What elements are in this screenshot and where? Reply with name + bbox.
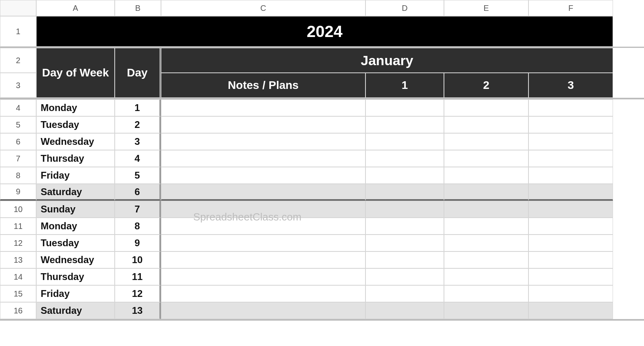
cell-daynum[interactable]: 7: [115, 201, 161, 218]
cell-f[interactable]: [528, 285, 613, 302]
row-header-16[interactable]: 16: [0, 302, 36, 319]
cell-dow[interactable]: Tuesday: [36, 235, 115, 251]
cell-e[interactable]: [444, 218, 528, 235]
row-header-11[interactable]: 11: [0, 218, 36, 235]
cell-e[interactable]: [444, 251, 528, 268]
row-header-6[interactable]: 6: [0, 133, 36, 150]
cell-notes[interactable]: [161, 184, 365, 201]
cell-dow[interactable]: Monday: [36, 99, 115, 116]
cell-e[interactable]: [444, 302, 528, 319]
cell-d[interactable]: [365, 251, 444, 268]
cell-daynum[interactable]: 8: [115, 218, 161, 235]
row-header-4[interactable]: 4: [0, 99, 36, 116]
cell-dow[interactable]: Wednesday: [36, 133, 115, 150]
row-header-7[interactable]: 7: [0, 150, 36, 167]
col-header-b[interactable]: B: [115, 0, 161, 16]
cell-daynum[interactable]: 10: [115, 251, 161, 268]
cell-daynum[interactable]: 5: [115, 167, 161, 184]
cell-notes[interactable]: [161, 201, 365, 218]
cell-dow[interactable]: Thursday: [36, 150, 115, 167]
col-header-e[interactable]: E: [444, 0, 528, 16]
cell-d[interactable]: [365, 150, 444, 167]
col-header-f[interactable]: F: [528, 0, 613, 16]
cell-dow[interactable]: Tuesday: [36, 116, 115, 133]
cell-f[interactable]: [528, 302, 613, 319]
cell-day-header[interactable]: Day: [115, 48, 161, 98]
cell-d[interactable]: [365, 201, 444, 218]
col-header-a[interactable]: A: [36, 0, 115, 16]
row-header-13[interactable]: 13: [0, 251, 36, 268]
cell-sub-3[interactable]: 3: [528, 73, 613, 98]
cell-notes[interactable]: [161, 251, 365, 268]
cell-e[interactable]: [444, 268, 528, 285]
cell-daynum[interactable]: 1: [115, 99, 161, 116]
cell-d[interactable]: [365, 268, 444, 285]
cell-e[interactable]: [444, 167, 528, 184]
cell-daynum[interactable]: 6: [115, 184, 161, 201]
cell-notes[interactable]: [161, 99, 365, 116]
cell-dow[interactable]: Saturday: [36, 302, 115, 319]
cell-dow[interactable]: Monday: [36, 218, 115, 235]
cell-d[interactable]: [365, 285, 444, 302]
cell-daynum[interactable]: 13: [115, 302, 161, 319]
cell-e[interactable]: [444, 235, 528, 251]
cell-daynum[interactable]: 2: [115, 116, 161, 133]
cell-notes[interactable]: [161, 150, 365, 167]
cell-d[interactable]: [365, 235, 444, 251]
cell-f[interactable]: [528, 133, 613, 150]
row-header-5[interactable]: 5: [0, 116, 36, 133]
row-header-15[interactable]: 15: [0, 285, 36, 302]
cell-f[interactable]: [528, 218, 613, 235]
cell-daynum[interactable]: 9: [115, 235, 161, 251]
cell-dow[interactable]: Wednesday: [36, 251, 115, 268]
row-header-12[interactable]: 12: [0, 235, 36, 251]
cell-e[interactable]: [444, 133, 528, 150]
cell-notes[interactable]: [161, 133, 365, 150]
cell-notes[interactable]: [161, 235, 365, 251]
cell-f[interactable]: [528, 184, 613, 201]
cell-notes[interactable]: [161, 268, 365, 285]
cell-e[interactable]: [444, 150, 528, 167]
cell-sub-1[interactable]: 1: [365, 73, 444, 98]
cell-f[interactable]: [528, 99, 613, 116]
row-header-9[interactable]: 9: [0, 184, 36, 201]
cell-daynum[interactable]: 3: [115, 133, 161, 150]
cell-dow[interactable]: Thursday: [36, 268, 115, 285]
col-header-d[interactable]: D: [365, 0, 444, 16]
cell-daynum[interactable]: 11: [115, 268, 161, 285]
cell-dow[interactable]: Friday: [36, 167, 115, 184]
cell-d[interactable]: [365, 218, 444, 235]
cell-e[interactable]: [444, 99, 528, 116]
cell-daynum[interactable]: 12: [115, 285, 161, 302]
cell-sub-2[interactable]: 2: [444, 73, 528, 98]
cell-notes[interactable]: [161, 218, 365, 235]
cell-d[interactable]: [365, 167, 444, 184]
cell-notes[interactable]: [161, 302, 365, 319]
cell-e[interactable]: [444, 184, 528, 201]
cell-year[interactable]: 2024: [36, 16, 613, 47]
cell-e[interactable]: [444, 116, 528, 133]
cell-notes[interactable]: [161, 116, 365, 133]
cell-e[interactable]: [444, 285, 528, 302]
row-header-10[interactable]: 10: [0, 201, 36, 218]
cell-notes-header[interactable]: Notes / Plans: [161, 73, 365, 98]
cell-d[interactable]: [365, 99, 444, 116]
col-header-c[interactable]: C: [161, 0, 365, 16]
cell-f[interactable]: [528, 116, 613, 133]
cell-daynum[interactable]: 4: [115, 150, 161, 167]
cell-e[interactable]: [444, 201, 528, 218]
cell-d[interactable]: [365, 133, 444, 150]
row-header-14[interactable]: 14: [0, 268, 36, 285]
cell-day-of-week-header[interactable]: Day of Week: [36, 48, 115, 98]
cell-f[interactable]: [528, 167, 613, 184]
cell-notes[interactable]: [161, 167, 365, 184]
row-header-8[interactable]: 8: [0, 167, 36, 184]
cell-dow[interactable]: Sunday: [36, 201, 115, 218]
cell-notes[interactable]: [161, 285, 365, 302]
cell-d[interactable]: [365, 184, 444, 201]
row-header-2[interactable]: 2: [0, 48, 36, 73]
cell-dow[interactable]: Friday: [36, 285, 115, 302]
cell-dow[interactable]: Saturday: [36, 184, 115, 201]
row-header-1[interactable]: 1: [0, 16, 36, 47]
cell-f[interactable]: [528, 150, 613, 167]
